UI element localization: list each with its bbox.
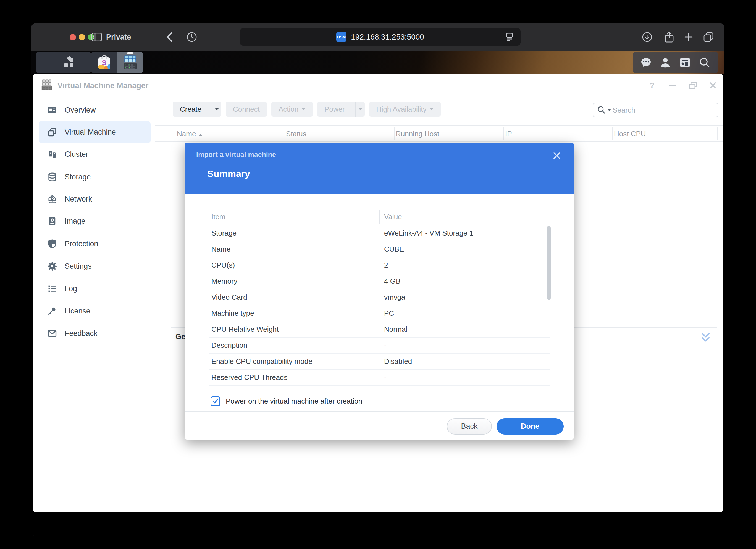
column-options-icon[interactable]: ⋮	[720, 128, 723, 138]
url-text: 192.168.31.253:5000	[351, 33, 424, 41]
protection-icon	[47, 238, 57, 249]
summary-table-header: Item Value	[209, 209, 550, 225]
vmm-app[interactable]	[117, 52, 143, 73]
column-header-name[interactable]: Name	[177, 130, 203, 138]
sidebar-item-label: Settings	[65, 262, 92, 270]
column-divider	[503, 127, 504, 140]
package-center-icon: S	[96, 55, 112, 70]
high-availability-button[interactable]: High Availability	[369, 102, 441, 117]
tab-overview-icon[interactable]	[700, 28, 717, 46]
expand-section-icon[interactable]	[701, 332, 710, 343]
sidebar-item-feedback[interactable]: Feedback	[39, 322, 151, 345]
table-row: Enable CPU compatibility mode Disabled	[209, 354, 550, 370]
sidebar-item-overview[interactable]: Overview	[39, 99, 151, 121]
search-magnifier-icon[interactable]	[597, 106, 606, 114]
address-bar[interactable]: DSM 192.168.31.253:5000	[240, 28, 521, 46]
feedback-envelope-icon	[47, 328, 57, 339]
storage-icon	[47, 172, 57, 182]
sidebar-item-image[interactable]: Image	[39, 210, 151, 232]
taskbar-status-group	[633, 52, 718, 73]
license-key-icon	[47, 306, 57, 316]
vmm-app-icon	[122, 54, 138, 70]
action-button[interactable]: Action	[271, 102, 313, 117]
sidebar-item-license[interactable]: License	[39, 300, 151, 322]
vmm-titlebar-icon	[40, 78, 53, 92]
overview-icon	[47, 105, 57, 115]
sidebar-item-label: Storage	[65, 173, 91, 181]
sidebar-item-settings[interactable]: Settings	[39, 255, 151, 277]
user-account-icon[interactable]	[659, 56, 671, 69]
sidebar-item-virtual-machine[interactable]: Virtual Machine	[39, 121, 151, 143]
sidebar-toggle-icon[interactable]	[91, 33, 102, 41]
sidebar-item-storage[interactable]: Storage	[39, 166, 151, 188]
table-row: Storage eWeLink-A4 - VM Storage 1	[209, 225, 550, 241]
table-row: CPU(s) 2	[209, 257, 550, 273]
power-button[interactable]: Power	[317, 102, 365, 117]
sidebar-item-log[interactable]: Log	[39, 278, 151, 300]
notifications-icon[interactable]	[640, 56, 652, 69]
page-settings-icon[interactable]	[505, 32, 515, 42]
column-header-running-host[interactable]: Running Host	[396, 130, 439, 138]
search-input[interactable]	[613, 106, 695, 114]
dialog-header: Import a virtual machine Summary	[185, 143, 574, 193]
column-header-ip[interactable]: IP	[505, 130, 512, 138]
summary-scrollbar-thumb[interactable]	[547, 226, 551, 300]
create-button[interactable]: Create	[173, 102, 221, 117]
power-on-checkbox[interactable]	[211, 397, 220, 406]
sidebar-item-cluster[interactable]: Cluster	[39, 143, 151, 165]
taskbar-apps: S	[91, 52, 143, 73]
column-divider	[612, 127, 613, 140]
private-label: Private	[106, 33, 131, 41]
help-button[interactable]: ?	[645, 79, 659, 92]
footer-divider	[185, 411, 574, 412]
package-center-app[interactable]: S	[91, 52, 117, 73]
vmm-titlebar: Virtual Machine Manager ?	[33, 74, 723, 97]
sidebar-item-protection[interactable]: Protection	[39, 233, 151, 255]
column-header-status[interactable]: Status	[286, 130, 306, 138]
vmm-window: Virtual Machine Manager ?	[33, 74, 723, 512]
create-dropdown-arrow[interactable]	[212, 102, 221, 117]
power-on-checkbox-label[interactable]: Power on the virtual machine after creat…	[226, 397, 362, 406]
close-button[interactable]	[706, 79, 720, 92]
table-row: Name CUBE	[209, 241, 550, 257]
sidebar-divider	[155, 97, 155, 512]
dsm-favicon: DSM	[336, 32, 347, 42]
maximize-button[interactable]	[686, 79, 700, 92]
vm-list-header: Name Status Running Host IP Host CPU ⋮	[155, 125, 723, 141]
vm-search-box[interactable]	[593, 103, 718, 117]
new-tab-icon[interactable]	[680, 28, 697, 46]
done-button-dialog[interactable]: Done	[497, 418, 564, 435]
history-clock-icon[interactable]	[183, 28, 201, 46]
browser-window: Private DSM 192.168.31.253:5000	[31, 23, 725, 536]
summary-col-item: Item	[211, 212, 225, 221]
main-menu-icon[interactable]	[62, 56, 75, 69]
back-button-dialog[interactable]: Back	[447, 418, 492, 435]
import-vm-dialog: Import a virtual machine Summary Item Va…	[185, 143, 574, 440]
widgets-icon[interactable]	[679, 56, 691, 69]
share-icon[interactable]	[660, 28, 678, 46]
table-row: Description -	[209, 338, 550, 354]
power-on-checkbox-row: Power on the virtual machine after creat…	[211, 396, 362, 406]
connect-button[interactable]: Connect	[226, 102, 267, 117]
search-filter-caret[interactable]	[608, 109, 611, 111]
minimize-button[interactable]	[665, 79, 680, 92]
summary-table: Item Value Storage eWeLink-A4 - VM Stora…	[209, 209, 550, 386]
table-row: Reserved CPU Threads -	[209, 370, 550, 386]
sidebar-item-label: Feedback	[65, 329, 98, 338]
sidebar-item-label: License	[65, 307, 90, 316]
action-dropdown-caret	[302, 108, 306, 110]
active-app-indicator	[127, 52, 133, 54]
svg-text:S: S	[102, 59, 106, 67]
column-header-host-cpu[interactable]: Host CPU	[614, 130, 646, 138]
dialog-close-icon[interactable]	[551, 149, 563, 162]
network-icon	[47, 194, 57, 204]
back-button[interactable]	[161, 28, 179, 46]
dialog-title: Import a virtual machine	[196, 151, 276, 159]
sidebar-item-network[interactable]: Network	[39, 188, 151, 210]
downloads-icon[interactable]	[638, 28, 656, 46]
close-window-button[interactable]	[70, 34, 76, 40]
minimize-window-button[interactable]	[79, 34, 85, 40]
power-dropdown-arrow[interactable]	[355, 102, 365, 117]
search-icon[interactable]	[699, 56, 711, 69]
taskbar-divider	[53, 54, 53, 70]
